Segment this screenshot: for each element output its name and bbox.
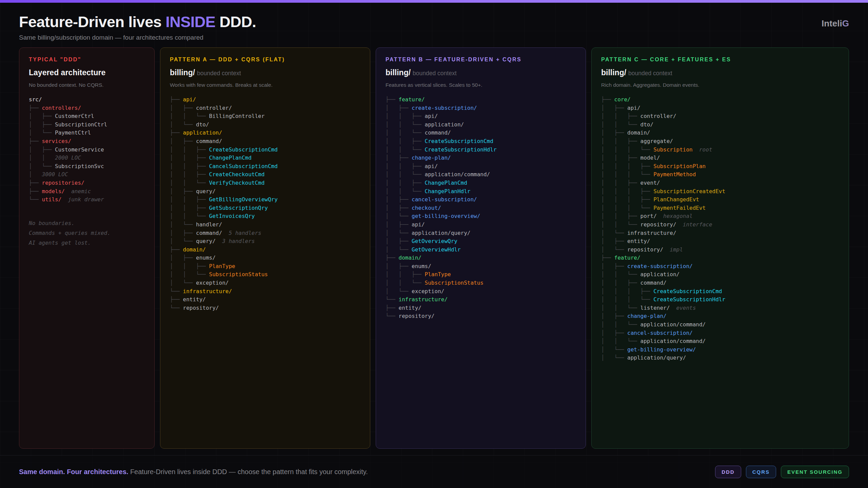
tree-node-label: repositories/: [42, 180, 84, 186]
tree-node-label: domain/: [627, 129, 650, 136]
tree-node-label: models/: [42, 188, 65, 195]
tree-row: │ │ └── application/command/: [601, 337, 839, 346]
tree-row: │ │ └── dto/: [601, 121, 839, 129]
tree-node-label: infrastructure/: [627, 230, 676, 236]
tree-node-note: 5 handlers: [222, 230, 261, 236]
top-accent-bar: [0, 0, 868, 3]
pattern-title-text: Layered architecture: [29, 68, 105, 77]
tree-row: │ ├── GetOverviewQry: [386, 237, 576, 246]
tree-row: │ │ ├── event/: [601, 179, 839, 187]
tree-node-label: GetOverviewQry: [412, 238, 457, 244]
tree-row: │ └── SubscriptionSvc: [29, 162, 145, 171]
tree-row: └── utils/ junk drawer: [29, 196, 145, 204]
file-tree: ├── feature/│ ├── create-subscription/│ …: [386, 96, 576, 321]
tree-node-label: repository/: [399, 313, 435, 319]
tree-node-label: CustomerCtrl: [55, 113, 94, 119]
pattern-title: billing/bounded context: [170, 68, 360, 77]
tree-node-label: ChangePlanHdlr: [425, 188, 471, 195]
tree-row: │ │ ├── port/ hexagonal: [601, 212, 839, 221]
pattern-tag: PATTERN C — CORE + FEATURES + ES: [601, 57, 839, 63]
tree-row: │ ├── cancel-subscription/: [601, 329, 839, 338]
tree-node-label: application/: [640, 271, 680, 278]
tree-node-label: GetBillingOverviewQry: [209, 196, 278, 203]
tree-row: │ │ └── application/command/: [386, 170, 576, 179]
tree-node-label: controllers/: [42, 105, 81, 111]
tree-row: │ └── GetOverviewHdlr: [386, 246, 576, 254]
tree-node-label: controller/: [196, 105, 232, 111]
tree-node-label: Subscription: [653, 146, 693, 153]
tree-node-label: PaymentFailedEvt: [653, 205, 706, 211]
tree-node-label: entity/: [627, 238, 650, 244]
tree-row: │ │ ├── model/: [601, 154, 839, 162]
tree-node-label: src/: [29, 96, 42, 103]
tree-row: │ ├── CustomerService: [29, 146, 145, 154]
tree-node-label: application/: [425, 121, 464, 128]
tree-node-label: application/command/: [640, 321, 706, 328]
tree-row: │ │ ├── CreateCheckoutCmd: [170, 170, 360, 179]
brand-logo: InteliG: [822, 18, 849, 29]
tree-row: │ │ │ ├── PlanChangedEvt: [601, 196, 839, 204]
tree-row: │ │ └── command/: [386, 129, 576, 137]
tree-row: │ │ └── application/: [386, 121, 576, 129]
pattern-title: Layered architecture: [29, 68, 145, 77]
tree-node-label: change-plan/: [627, 313, 667, 319]
logo-text: Inteli: [822, 18, 842, 28]
tree-node-label: GetInvoicesQry: [209, 213, 255, 219]
tree-row: │ │ ├── GetBillingOverviewQry: [170, 196, 360, 204]
tree-row: ├── core/: [601, 96, 839, 104]
tree-node-label: create-subscription/: [627, 263, 693, 269]
tree-row: │ 3000 LOC: [29, 170, 145, 179]
pattern-title: billing/bounded context: [386, 68, 576, 77]
tree-node-label: BillingController: [209, 113, 265, 119]
tree-node-label: application/query/: [627, 354, 686, 361]
tree-node-label: SubscriptionStatus: [425, 280, 484, 286]
tree-row: │ │ └── ChangePlanHdlr: [386, 187, 576, 196]
tree-row: │ └── get-billing-overview/: [386, 212, 576, 221]
tree-row: │ └── query/ 3 handlers: [170, 237, 360, 246]
tree-row: │ │ ├── controller/: [601, 112, 839, 121]
pattern-notes: No boundaries.Commands + queries mixed.A…: [29, 218, 145, 248]
tree-node-label: enums/: [196, 255, 216, 261]
pattern-title: billing/bounded context: [601, 68, 839, 77]
tree-node-label: repository/: [627, 246, 663, 253]
tree-row: └── repository/: [170, 304, 360, 312]
tree-row: │ │ └── SubscriptionStatus: [170, 270, 360, 279]
tree-node-label: core/: [614, 96, 631, 103]
tree-row: │ └── infrastructure/: [601, 229, 839, 238]
tree-row: │ ├── checkout/: [386, 204, 576, 212]
tree-row: │ ├── command/ 5 handlers: [170, 229, 360, 238]
badge-event-sourcing: EVENT SOURCING: [781, 466, 849, 478]
tree-row: │ │ └── SubscriptionStatus: [386, 279, 576, 287]
pattern-desc: No bounded context. No CQRS.: [29, 82, 145, 88]
tree-node-label: dto/: [640, 121, 654, 128]
tree-row: │ │ ├── CreateSubscriptionCmd: [386, 137, 576, 146]
tree-row: │ └── exception/: [386, 287, 576, 296]
tree-row: │ │ ├── GetSubscriptionQry: [170, 204, 360, 212]
tree-node-label: port/: [640, 213, 657, 219]
title-post: DDD.: [215, 13, 256, 30]
page-title: Feature-Driven lives INSIDE DDD.: [19, 14, 256, 30]
tree-row: │ │ ├── PlanType: [170, 262, 360, 271]
tree-row: │ │ └── repository/ interface: [601, 221, 839, 229]
tree-row: │ │ 2000 LOC: [29, 154, 145, 162]
badge-ddd: DDD: [715, 466, 741, 478]
tree-row: │ ├── entity/: [601, 237, 839, 246]
tree-node-label: CreateSubscriptionHdlr: [653, 296, 725, 303]
tree-node-label: CancelSubscriptionCmd: [209, 163, 278, 169]
footer-rest: Feature-Driven lives inside DDD — choose…: [130, 468, 368, 475]
pattern-desc: Rich domain. Aggregates. Domain events.: [601, 82, 839, 88]
tree-row: │ └── PaymentCtrl: [29, 129, 145, 137]
tree-node-label: 2000 LOC: [55, 155, 81, 161]
tree-row: src/: [29, 96, 145, 104]
tree-node-label: get-billing-overview/: [412, 213, 480, 219]
tree-node-label: ChangePlanCmd: [425, 180, 467, 186]
tree-row: │ │ ├── aggregate/: [601, 137, 839, 146]
panel-typical-ddd: TYPICAL "DDD" Layered architecture No bo…: [19, 47, 155, 449]
tree-row: └── repository/: [386, 312, 576, 321]
tree-row: │ ├── api/: [386, 221, 576, 229]
tree-node-label: listener/: [640, 305, 670, 311]
tree-node-label: GetOverviewHdlr: [412, 246, 461, 253]
tree-node-label: SubscriptionCreatedEvt: [653, 188, 725, 195]
title-accent: INSIDE: [165, 13, 215, 30]
page-subtitle: Same billing/subscription domain — four …: [19, 34, 256, 41]
